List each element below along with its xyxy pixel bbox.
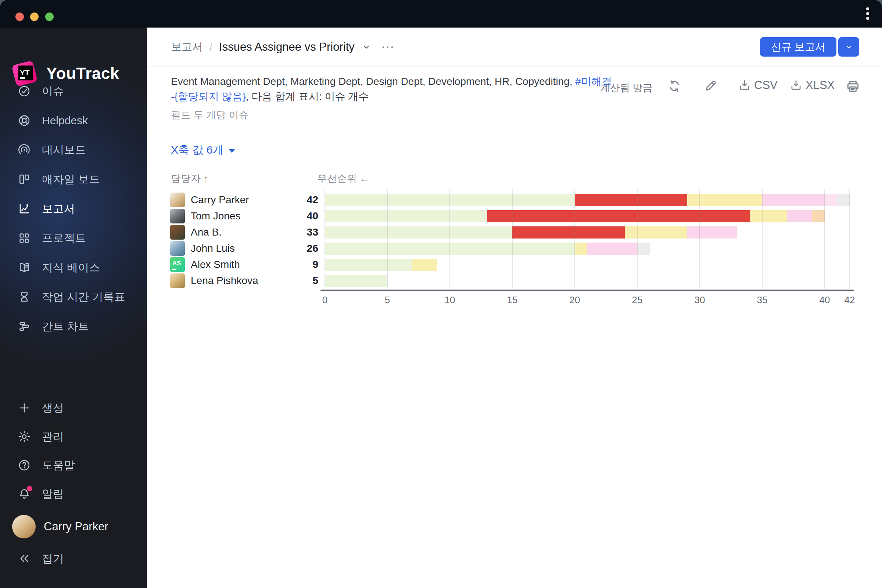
sidebar-collapse-button[interactable]: 접기 (0, 548, 147, 570)
chart-row-label: John Luis26 (170, 241, 318, 256)
traffic-light-close-button[interactable] (15, 12, 24, 21)
sidebar-item-label: 애자일 보드 (42, 172, 100, 187)
sidebar-footer-item-create[interactable]: 생성 (0, 394, 147, 422)
new-report-button[interactable]: 신규 보고서 (760, 37, 836, 57)
hourglass-icon (18, 290, 31, 303)
sidebar-item-helpdesk[interactable]: Helpdesk (0, 106, 147, 135)
gridline (574, 189, 575, 289)
bar-segment-red[interactable] (575, 194, 687, 206)
bar-segment-yellow[interactable] (750, 210, 787, 222)
bar-segment-lightpink[interactable] (825, 194, 837, 206)
bar-segment-red[interactable] (487, 210, 750, 222)
sidebar-item-gantt-charts[interactable]: 간트 차트 (0, 312, 147, 341)
assignee-name: Alex Smith (191, 259, 240, 270)
assignee-avatar (170, 241, 185, 256)
help-icon (18, 459, 31, 472)
gantt-icon (18, 320, 31, 333)
bar-segment-tan[interactable] (812, 210, 825, 222)
bar-segment-gray[interactable] (837, 194, 850, 206)
chart-plot (325, 189, 850, 289)
bar-segment-green[interactable] (325, 275, 387, 287)
x-axis-line (321, 290, 854, 291)
sidebar-item-label: 프로젝트 (42, 231, 86, 246)
download-icon (738, 79, 751, 92)
sidebar-item-issues[interactable]: 이슈 (0, 76, 147, 106)
priority-axis-header[interactable]: 우선순위 ← (317, 172, 370, 185)
export-xlsx-button[interactable]: XLSX (789, 79, 835, 92)
sidebar-footer-item-notifications[interactable]: 알림 (0, 480, 147, 508)
assignee-avatar (170, 193, 185, 207)
page-title[interactable]: Issues Assignee vs Priority (219, 40, 355, 54)
plus-icon (18, 401, 31, 414)
stacked-bar (325, 243, 650, 255)
bar-segment-gray[interactable] (637, 243, 650, 255)
chart-row-label: Tom Jones40 (170, 209, 318, 224)
sidebar-footer-item-help[interactable]: 도움말 (0, 451, 147, 480)
page-header: 보고서 / Issues Assignee vs Priority ⋯ 신규 보… (147, 28, 882, 67)
assignee-avatar (170, 225, 185, 240)
gridline (450, 189, 450, 289)
x-axis-tick-label: 5 (373, 294, 402, 306)
check-circle-icon (18, 84, 31, 98)
row-total-count: 42 (307, 194, 318, 206)
bar-segment-yellow[interactable] (412, 259, 437, 271)
x-axis-values-dropdown[interactable]: X축 값 6개 (171, 142, 235, 158)
bar-segment-red[interactable] (512, 226, 625, 238)
refresh-button[interactable] (667, 79, 682, 93)
traffic-light-minimize-button[interactable] (30, 12, 39, 21)
sidebar-footer-item-administration[interactable]: 관리 (0, 422, 147, 451)
gridline (824, 189, 825, 289)
row-total-count: 9 (312, 259, 318, 270)
chart-row-label: Carry Parker42 (170, 193, 318, 207)
sidebar-item-projects[interactable]: 프로젝트 (0, 224, 147, 253)
bar-segment-green[interactable] (325, 226, 512, 238)
bar-segment-yellow[interactable] (625, 226, 687, 238)
row-total-count: 26 (307, 243, 318, 254)
title-chevron-down-icon[interactable] (362, 43, 371, 51)
more-options-button[interactable]: ⋯ (381, 44, 395, 51)
pencil-icon (704, 79, 718, 93)
filter-summary-line-2: -{할당되지 않음}, 다음 합계 표시: 이슈 개수 (171, 90, 369, 104)
filter-unassigned-link[interactable]: -{할당되지 않음} (171, 91, 246, 102)
download-icon (789, 79, 802, 92)
edit-button[interactable] (704, 79, 718, 93)
bar-segment-pink[interactable] (587, 243, 637, 255)
row-total-count: 40 (307, 210, 318, 222)
filter-text: Event Management Dept, Marketing Dept, D… (171, 76, 575, 87)
sidebar-item-label: 관리 (42, 429, 64, 444)
print-button[interactable] (845, 79, 861, 94)
new-report-dropdown-button[interactable] (838, 37, 859, 57)
kebab-menu-icon[interactable] (866, 8, 870, 22)
assignee-avatar (170, 209, 185, 224)
bar-segment-pink[interactable] (787, 210, 812, 222)
sidebar-item-agile-boards[interactable]: 애자일 보드 (0, 165, 147, 194)
sidebar-item-label: 작업 시간 기록표 (42, 290, 125, 304)
bar-segment-yellow[interactable] (687, 194, 762, 206)
gear-icon (18, 430, 31, 443)
csv-label: CSV (754, 79, 778, 92)
stacked-bar (325, 275, 387, 287)
user-name: Carry Parker (44, 520, 108, 533)
user-profile[interactable]: Carry Parker (12, 515, 108, 538)
gridline (637, 189, 638, 289)
printer-icon (845, 79, 861, 94)
traffic-light-zoom-button[interactable] (45, 12, 54, 21)
sidebar-item-dashboards[interactable]: 대시보드 (0, 135, 147, 165)
svg-text:YT: YT (20, 68, 30, 77)
bar-segment-pink[interactable] (762, 194, 825, 206)
assignee-sort-header[interactable]: 담당자 ↑ (171, 172, 208, 185)
sidebar-item-label: 생성 (42, 400, 64, 416)
sidebar-item-knowledge-base[interactable]: 지식 베이스 (0, 253, 147, 282)
bar-segment-pink[interactable] (687, 226, 737, 238)
breadcrumb-reports-link[interactable]: 보고서 (171, 40, 203, 54)
sidebar-item-timesheets[interactable]: 작업 시간 기록표 (0, 282, 147, 312)
sidebar-item-label: 알림 (42, 487, 64, 502)
bar-segment-green[interactable] (325, 259, 412, 271)
sidebar-item-label: 보고서 (42, 201, 75, 216)
reports-icon (18, 202, 31, 215)
bar-segment-yellow[interactable] (575, 243, 587, 255)
sidebar-nav: 이슈Helpdesk대시보드애자일 보드보고서프로젝트지식 베이스작업 시간 기… (0, 76, 147, 341)
export-csv-button[interactable]: CSV (738, 79, 778, 92)
sidebar-item-reports[interactable]: 보고서 (0, 194, 147, 224)
bar-segment-green[interactable] (325, 210, 487, 222)
